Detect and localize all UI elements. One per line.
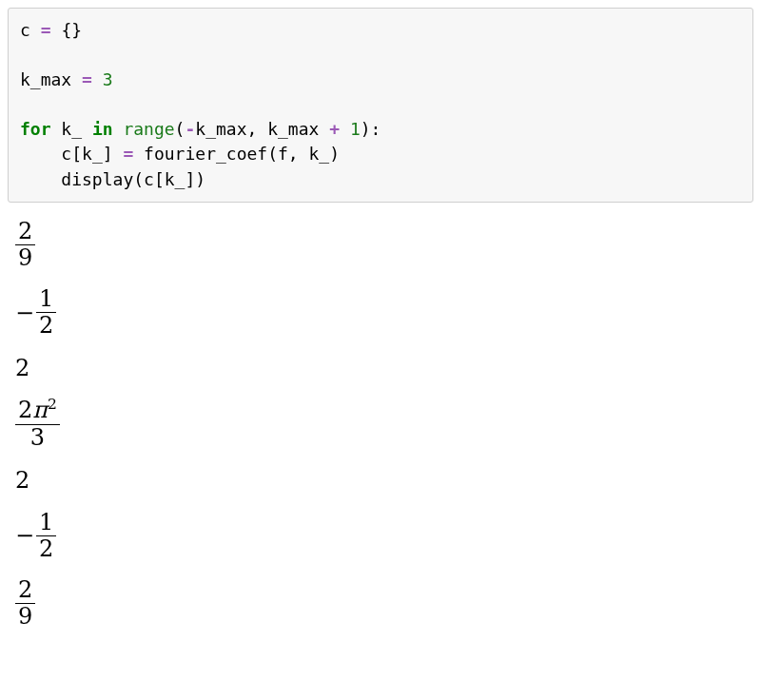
fraction: 2 9 bbox=[15, 578, 35, 629]
output-4: 2π2 3 bbox=[15, 399, 753, 449]
code-cell: c = {} k_max = 3 for k_ in range(-k_max,… bbox=[8, 8, 753, 203]
fraction: 1 2 bbox=[36, 287, 56, 338]
code-line-4: c[k_] = fourier_coef(f, k_) bbox=[20, 144, 340, 164]
fraction: 1 2 bbox=[36, 511, 56, 561]
minus-sign: − bbox=[15, 300, 34, 326]
output-7: 2 9 bbox=[15, 578, 753, 629]
code-line-2: k_max = 3 bbox=[20, 69, 113, 89]
output-3: 2 bbox=[15, 355, 753, 381]
minus-sign: − bbox=[15, 522, 34, 549]
output-area: 2 9 − 1 2 2 2π2 3 2 − 1 2 bbox=[8, 220, 753, 630]
fraction: 2π2 3 bbox=[15, 399, 60, 449]
output-6: − 1 2 bbox=[15, 511, 753, 561]
output-1: 2 9 bbox=[15, 220, 753, 270]
output-2: − 1 2 bbox=[15, 287, 753, 338]
code-line-5: display(c[k_]) bbox=[20, 169, 205, 189]
exponent: 2 bbox=[48, 396, 57, 413]
output-5: 2 bbox=[15, 467, 753, 494]
notebook-page: c = {} k_max = 3 for k_ in range(-k_max,… bbox=[0, 0, 761, 654]
code-line-3: for k_ in range(-k_max, k_max + 1): bbox=[20, 119, 380, 139]
code-line-1: c = {} bbox=[20, 20, 82, 40]
pi-symbol: π bbox=[32, 397, 48, 423]
fraction: 2 9 bbox=[15, 220, 35, 270]
